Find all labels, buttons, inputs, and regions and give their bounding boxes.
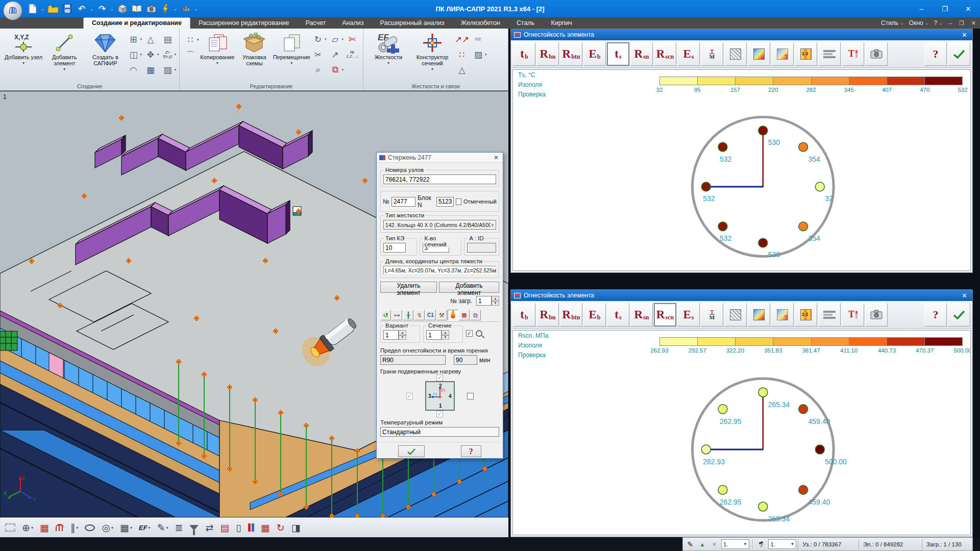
magnifier-icon[interactable] — [476, 330, 482, 337]
result-button-tb[interactable]: tb — [513, 303, 535, 327]
toolbar-exchange-nodes[interactable]: ⇄ — [205, 523, 213, 533]
toolbar-side-panel[interactable]: ◨ — [291, 523, 301, 533]
tool-button-hatch-square[interactable] — [724, 42, 747, 66]
help-button[interactable]: ? — [924, 303, 947, 327]
ribbon-icon-dashed-mesh[interactable]: ▨▾ — [160, 62, 177, 78]
tool-button-gradient-diagonal[interactable] — [748, 303, 770, 327]
element-number-input[interactable] — [391, 197, 415, 207]
fire-result-view[interactable]: Тs, °СИзополяПроверка3295157220282345407… — [512, 69, 971, 271]
tool-button-gradient-diagonal[interactable] — [748, 42, 770, 66]
undo-icon[interactable]: ↶ — [76, 3, 88, 15]
tab-железобетон[interactable]: Железобетон — [453, 18, 508, 29]
tool-button-temperature-t[interactable]: Т — [842, 303, 864, 327]
rebar-point[interactable] — [718, 222, 727, 231]
menu-?[interactable]: ? ⌄ — [934, 19, 942, 27]
block-number-input[interactable] — [436, 197, 454, 207]
result-button-Rscn[interactable]: Rscn — [654, 303, 676, 327]
diagram-3d-icon[interactable] — [180, 3, 192, 15]
result-button-ts[interactable]: ts — [607, 303, 629, 327]
result-button-Es[interactable]: Es — [677, 303, 700, 327]
ribbon-icon-scatter-nodes[interactable]: ∷▾ — [183, 33, 199, 47]
app-logo-icon[interactable] — [3, 1, 22, 20]
fire-limit-input[interactable] — [380, 355, 446, 365]
toolbar-parallel-planes[interactable]: ∥▾ — [70, 523, 79, 533]
ribbon-icon-cylinder[interactable]: ◫▾ — [126, 47, 142, 62]
rebar-point[interactable] — [758, 388, 768, 397]
ribbon-icon-rotate-copy[interactable]: ↻▾ — [310, 32, 327, 47]
dialog-close-icon[interactable]: ✕ — [492, 154, 500, 161]
tool-button-scale-ruler[interactable] — [818, 303, 841, 327]
tab-расширенное-редактирование[interactable]: Расширенное редактирование — [190, 18, 298, 29]
result-button-Rbn[interactable]: Rbn — [536, 42, 559, 66]
panel-title-bar[interactable]: Огнестойкость элемента✕ — [511, 290, 972, 301]
loadcase-combo-2[interactable]: 1.▼ — [768, 539, 796, 549]
dialog-tab-flame[interactable] — [448, 310, 458, 320]
tool-button-mosaic-numbers[interactable]: 1 2 — [795, 42, 817, 66]
ribbon-icon-move-cube[interactable]: ✥▾ — [143, 47, 159, 62]
toolbar-grid-red[interactable]: ▦ — [261, 523, 270, 533]
dialog-tab-copy-doc[interactable]: ⧉ — [470, 310, 481, 320]
ribbon-icon-numbering[interactable]: №1,2…↓ — [345, 47, 360, 62]
face-top-checkbox[interactable]: ✓ — [436, 374, 443, 381]
tab-анализ[interactable]: Анализ — [334, 18, 372, 29]
result-button-Eb[interactable]: Eb — [583, 42, 606, 66]
project-presentation-icon[interactable] — [116, 3, 129, 15]
tool-button-isofields-help[interactable]: ? — [771, 303, 794, 327]
new-document-icon[interactable] — [27, 3, 39, 15]
apply-button[interactable] — [948, 42, 970, 66]
ribbon-button-копирование[interactable]: Копирование▾ — [199, 31, 236, 81]
ribbon-icon-z-fxy[interactable]: Z=f(x,y)▾ — [160, 47, 177, 62]
apply-button[interactable] — [948, 303, 970, 327]
toolbar-fragment-red[interactable]: ▦ — [40, 523, 49, 533]
tab-создание-и-редактирование[interactable]: Создание и редактирование — [83, 17, 190, 29]
toolbar-ellipse-tool[interactable] — [85, 524, 95, 531]
rebar-point[interactable] — [758, 238, 768, 247]
panel-close-icon[interactable]: ✕ — [960, 292, 969, 299]
rebar-point[interactable] — [718, 405, 727, 414]
child-close-icon[interactable]: ✕ — [970, 20, 977, 27]
model-viewport[interactable]: 1 ZXY Стержень 2477 ✕ Номера узлов № Бло… — [0, 91, 508, 517]
tab-кирпич[interactable]: Кирпич — [543, 18, 580, 29]
tool-button-snapshot[interactable] — [865, 42, 888, 66]
ribbon-button-упаковка-схемы[interactable]: Упаковка схемы — [236, 31, 273, 81]
face-left-checkbox[interactable]: ✓ — [406, 393, 413, 399]
result-button-Eb[interactable]: Eb — [583, 303, 606, 327]
section-stepper[interactable]: ▲▼ — [426, 330, 460, 340]
loadcase-combo-1[interactable]: 1.▼ — [721, 539, 749, 549]
ribbon-button-добавить-узел[interactable]: X,Y,ZДобавить узел▾ — [3, 31, 44, 81]
rebar-point[interactable] — [701, 182, 710, 191]
dialog-tab-c1[interactable]: C1 — [425, 310, 436, 320]
toolbar-structure-red[interactable]: ▤ — [220, 523, 229, 533]
node-numbers-input[interactable] — [383, 174, 496, 184]
close-button[interactable]: ✕ — [957, 0, 980, 17]
result-button-ts[interactable]: ts — [607, 42, 629, 66]
tool-button-scale-ruler[interactable] — [818, 42, 841, 66]
toolbar-arc-supports[interactable] — [56, 524, 64, 531]
load-number-stepper[interactable]: ▲▼ — [476, 296, 499, 306]
rebar-point[interactable] — [758, 502, 768, 511]
add-element-button[interactable]: Добавить элемент — [439, 282, 499, 293]
tool-button-temperature-t[interactable]: Т — [842, 42, 864, 66]
ribbon-button-создать-в-сапфир[interactable]: Создать в САПФИР — [85, 31, 126, 81]
result-button-Rbtn[interactable]: Rbtn — [560, 303, 582, 327]
rebar-point[interactable] — [799, 405, 808, 414]
temperature-regime-input[interactable] — [380, 427, 499, 437]
tab-расчет[interactable]: Расчет — [298, 18, 334, 29]
tool-button-tm-fraction[interactable]: ТМ — [701, 42, 723, 66]
result-button-Rbtn[interactable]: Rbtn — [560, 42, 582, 66]
ribbon-icon-frame-copy[interactable]: ⧉▾ — [327, 62, 344, 78]
fire-time-input[interactable] — [454, 355, 477, 365]
open-file-icon[interactable] — [47, 3, 59, 15]
result-button-Rsn[interactable]: Rsn — [630, 42, 653, 66]
ribbon-icon-cc-badge[interactable]: CC — [471, 32, 487, 47]
show-section-checkbox[interactable]: ✓ — [466, 330, 473, 337]
rebar-point[interactable] — [799, 485, 808, 494]
toolbar-marquee-select[interactable] — [5, 523, 15, 532]
ribbon-icon-truss[interactable]: △ — [143, 32, 159, 47]
toolbar-center-target[interactable]: ◎▾ — [102, 523, 113, 533]
ribbon-button-конструктор-сечений[interactable]: Конструктор сечений▾ — [410, 31, 454, 81]
apply-button[interactable] — [398, 445, 425, 457]
result-button-Es[interactable]: Es — [677, 42, 700, 66]
menu-Стиль[interactable]: Стиль ⌄ — [881, 19, 904, 27]
child-minimize-icon[interactable]: – — [948, 20, 953, 26]
